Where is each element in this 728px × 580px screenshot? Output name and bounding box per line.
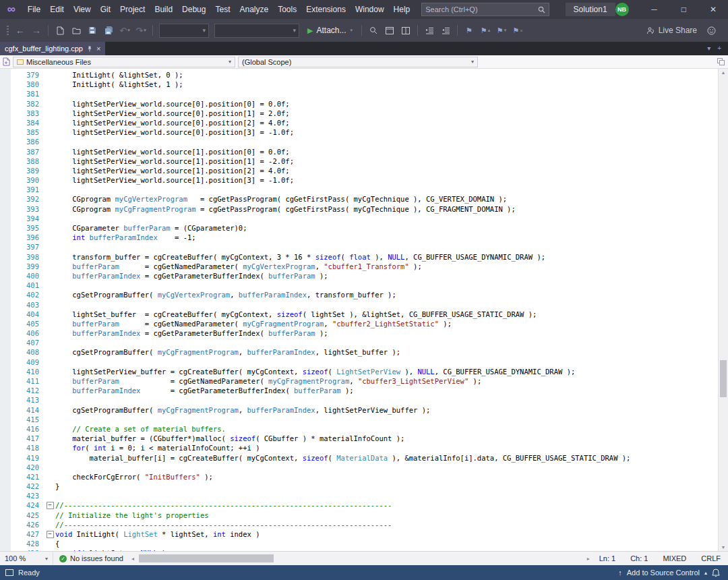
attach-button[interactable]: ▶ Attach... ▾ [303, 22, 357, 38]
breakpoint-margin[interactable] [0, 127, 11, 137]
code-line[interactable]: 400 bufferParamIndex = cgGetParameterBuf… [0, 271, 718, 281]
breakpoint-margin[interactable] [0, 223, 11, 233]
breakpoint-margin[interactable] [0, 434, 11, 443]
breakpoint-margin[interactable] [0, 262, 11, 271]
breakpoint-margin[interactable] [0, 281, 11, 290]
code-line[interactable]: 422} [0, 482, 718, 491]
clear-bookmarks-button[interactable]: ⚑× [510, 23, 525, 38]
code-line[interactable]: 379 InitLight( &lightSet, 0 ); [0, 70, 718, 80]
breakpoint-margin[interactable] [0, 395, 11, 405]
menu-analyze[interactable]: Analyze [235, 0, 273, 19]
breakpoint-margin[interactable] [0, 500, 11, 510]
feedback-button[interactable] [704, 23, 719, 38]
close-tab-icon[interactable]: × [96, 45, 100, 53]
previous-bookmark-button[interactable]: ⚑▴ [478, 23, 493, 38]
code-line[interactable]: 415 [0, 415, 718, 424]
code-line[interactable]: 396 int bufferParamIndex = -1; [0, 233, 718, 242]
redo-button[interactable]: ↷▾ [133, 23, 148, 38]
vertical-scrollbar-thumb[interactable] [720, 360, 727, 397]
split-window-button[interactable] [398, 23, 413, 38]
code-line[interactable]: 413 [0, 395, 718, 405]
code-line[interactable]: 424//-----------------------------------… [0, 500, 718, 510]
breakpoint-margin[interactable] [0, 548, 11, 551]
live-share-button[interactable]: Live Share [644, 22, 700, 38]
breakpoint-margin[interactable] [0, 147, 11, 156]
breakpoint-margin[interactable] [0, 319, 11, 328]
tab-cgfx-buffer-lighting[interactable]: cgfx_buffer_lighting.cpp × [0, 42, 105, 55]
solution-configurations-dropdown[interactable]: ▾ [214, 24, 299, 38]
breakpoint-margin[interactable] [0, 166, 11, 175]
breakpoint-margin[interactable] [0, 491, 11, 500]
code-line[interactable]: 423 [0, 491, 718, 500]
new-file-button[interactable] [53, 23, 67, 38]
code-line[interactable]: 410 lightSetPerView_buffer = cgCreateBuf… [0, 367, 718, 376]
breakpoint-margin[interactable] [0, 194, 11, 204]
minimize-button[interactable]: ─ [640, 0, 669, 19]
breakpoint-margin[interactable] [0, 472, 11, 482]
code-line[interactable]: 401 [0, 281, 718, 290]
code-line[interactable]: 394 [0, 214, 718, 223]
code-line[interactable]: 386 [0, 137, 718, 146]
breakpoint-margin[interactable] [0, 185, 11, 194]
code-line[interactable]: 417 material_buffer = (CGbuffer*)malloc(… [0, 434, 718, 443]
breakpoint-margin[interactable] [0, 252, 11, 262]
breakpoint-margin[interactable] [0, 156, 11, 166]
breakpoint-margin[interactable] [0, 463, 11, 472]
breakpoint-margin[interactable] [0, 204, 11, 214]
fold-margin[interactable] [44, 529, 55, 539]
toolbar-grip[interactable] [7, 26, 9, 35]
collapse-icon[interactable] [47, 531, 54, 538]
code-line[interactable]: 389 lightSetPerView_world.source[1].posi… [0, 166, 718, 175]
decrease-indent-button[interactable] [422, 23, 437, 38]
breakpoint-margin[interactable] [0, 386, 11, 395]
code-line[interactable]: 409 [0, 357, 718, 367]
horizontal-scrollbar-thumb[interactable] [139, 554, 274, 562]
maximize-button[interactable]: □ [669, 0, 698, 19]
issues-indicator[interactable]: ✓ No issues found [53, 554, 129, 562]
breakpoint-margin[interactable] [0, 137, 11, 146]
code-area[interactable]: 379 InitLight( &lightSet, 0 );380 InitLi… [0, 69, 718, 551]
menu-debug[interactable]: Debug [177, 0, 210, 19]
code-line[interactable]: 427void InitLight( LightSet * lightSet, … [0, 529, 718, 539]
scroll-right-icon[interactable]: ▸ [585, 556, 592, 562]
breakpoint-margin[interactable] [0, 70, 11, 80]
toggle-bookmark-button[interactable]: ⚑ [462, 23, 477, 38]
code-line[interactable]: 406 bufferParamIndex = cgGetParameterBuf… [0, 328, 718, 338]
breakpoint-margin[interactable] [0, 118, 11, 127]
breakpoint-margin[interactable] [0, 290, 11, 299]
breakpoint-margin[interactable] [0, 529, 11, 539]
editor[interactable]: 379 InitLight( &lightSet, 0 );380 InitLi… [0, 69, 728, 551]
code-line[interactable]: 411 bufferParam = cgGetNamedParameter( m… [0, 376, 718, 386]
code-line[interactable]: 380 InitLight( &lightSet, 1 ); [0, 80, 718, 89]
breakpoint-margin[interactable] [0, 424, 11, 434]
breakpoint-margin[interactable] [0, 520, 11, 529]
breakpoint-margin[interactable] [0, 338, 11, 347]
breakpoint-margin[interactable] [0, 271, 11, 281]
notifications-bell-icon[interactable] [712, 569, 720, 577]
menu-build[interactable]: Build [150, 0, 177, 19]
code-line[interactable]: 408 cgSetProgramBuffer( myCgFragmentProg… [0, 347, 718, 357]
open-file-button[interactable] [69, 23, 84, 38]
breakpoint-margin[interactable] [0, 328, 11, 338]
code-line[interactable]: 391 [0, 185, 718, 194]
navigate-back-button[interactable]: ← [13, 23, 28, 38]
menu-file[interactable]: File [23, 0, 45, 19]
code-line[interactable]: 383 lightSetPerView_world.source[0].posi… [0, 109, 718, 118]
navigate-forward-button[interactable]: → [29, 23, 44, 38]
scroll-down-icon[interactable]: ▼ [719, 545, 728, 550]
breakpoint-margin[interactable] [0, 242, 11, 252]
breakpoint-margin[interactable] [0, 405, 11, 415]
code-line[interactable]: 399 bufferParam = cgGetNamedParameter( m… [0, 262, 718, 271]
breakpoint-margin[interactable] [0, 482, 11, 491]
code-line[interactable]: 426//-----------------------------------… [0, 520, 718, 529]
next-bookmark-button[interactable]: ⚑▾ [494, 23, 509, 38]
collapse-icon[interactable] [47, 502, 54, 509]
save-all-button[interactable] [101, 23, 116, 38]
code-line[interactable]: 421 checkForCgError( "InitBuffers" ); [0, 472, 718, 482]
code-line[interactable]: 390 lightSetPerView_world.source[1].posi… [0, 175, 718, 185]
breakpoint-margin[interactable] [0, 175, 11, 185]
breakpoint-margin[interactable] [0, 347, 11, 357]
horizontal-scrollbar[interactable] [136, 552, 585, 565]
breakpoint-margin[interactable] [0, 376, 11, 386]
breakpoint-margin[interactable] [0, 443, 11, 453]
